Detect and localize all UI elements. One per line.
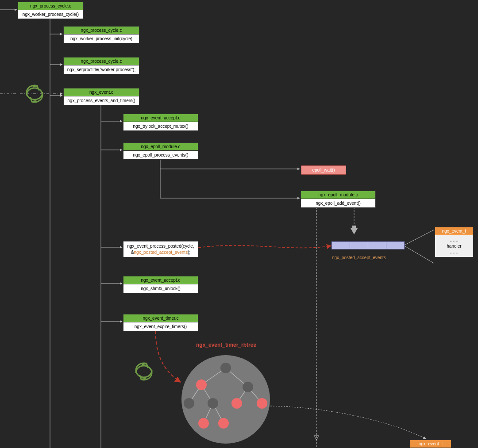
- node-file: ngx_process_cycle.c: [64, 27, 139, 34]
- node-file: ngx_event_accept.c: [123, 114, 198, 122]
- node-event-process-posted: ngx_event_process_posted(cycle, &ngx_pos…: [123, 241, 198, 257]
- node-file: ngx_event_accept.c: [123, 276, 198, 284]
- svg-point-34: [257, 398, 267, 409]
- svg-line-26: [237, 387, 248, 403]
- node-file: ngx_event.c: [64, 88, 139, 96]
- node-func: ngx_event_process_posted(cycle, &ngx_pos…: [123, 241, 198, 257]
- queue-label: ngx_posted_accept_events: [332, 255, 386, 260]
- svg-line-21: [226, 368, 248, 387]
- node-setproctitle: ngx_process_cycle.c ngx_setproctitle("wo…: [63, 57, 139, 74]
- svg-line-25: [213, 403, 224, 423]
- node-body: …… handler ……: [435, 235, 473, 257]
- node-shmtx-unlock: ngx_event_accept.c ngx_shmtx_unlock(): [123, 276, 198, 293]
- svg-point-29: [196, 379, 207, 390]
- queue-cell: [386, 241, 405, 249]
- svg-line-24: [204, 403, 213, 423]
- node-func: ngx_process_events_and_timers(): [64, 96, 139, 105]
- svg-line-27: [248, 387, 262, 403]
- node-func: ngx_worker_process_cycle(): [18, 10, 83, 19]
- node-file: ngx_process_cycle.c: [18, 2, 83, 10]
- node-epoll-add-event: ngx_epoll_module.c ngx_epoll_add_event(): [301, 191, 376, 208]
- node-worker-process-cycle: ngx_process_cycle.c ngx_worker_process_c…: [18, 2, 84, 19]
- svg-point-30: [243, 382, 253, 392]
- node-file: ngx_event_timer.c: [123, 314, 198, 322]
- posted-accept-events-queue: [332, 241, 405, 249]
- node-event-expire-timers: ngx_event_timer.c ngx_event_expire_timer…: [123, 314, 198, 331]
- node-epoll-process-events: ngx_epoll_module.c ngx_epoll_process_eve…: [123, 142, 198, 160]
- svg-point-31: [184, 398, 194, 409]
- node-func: ngx_shmtx_unlock(): [123, 284, 198, 293]
- node-func: ngx_setproctitle("worker process");: [64, 65, 139, 74]
- svg-line-17: [404, 230, 434, 245]
- node-file: ngx_event_t: [410, 440, 451, 448]
- node-func: ngx_epoll_process_events(): [123, 151, 198, 159]
- rbtree-label: ngx_event_timer_rbtree: [196, 342, 256, 348]
- svg-point-32: [208, 398, 218, 409]
- svg-line-22: [189, 385, 201, 403]
- node-file: ngx_process_cycle.c: [64, 57, 139, 65]
- svg-point-19: [181, 355, 270, 444]
- node-func: ngx_worker_process_init(cycle): [64, 34, 139, 43]
- queue-cell: [368, 241, 386, 249]
- node-epoll-wait: epoll_wait(): [301, 165, 346, 175]
- svg-line-23: [201, 385, 213, 403]
- node-func: ngx_event_expire_timers(): [123, 322, 198, 331]
- svg-line-20: [201, 368, 226, 385]
- node-worker-process-init: ngx_process_cycle.c ngx_worker_process_i…: [63, 26, 139, 43]
- queue-cell: [332, 241, 350, 249]
- queue-cell: [350, 241, 368, 249]
- node-ngx-event-t-bottom: ngx_event_t: [410, 440, 451, 448]
- svg-point-35: [198, 418, 209, 429]
- svg-line-18: [404, 245, 434, 263]
- node-file: ngx_event_t: [435, 227, 473, 235]
- node-func: ngx_epoll_add_event(): [301, 199, 375, 207]
- svg-point-36: [218, 418, 229, 429]
- svg-point-33: [231, 398, 242, 409]
- node-trylock-accept-mutex: ngx_event_accept.c ngx_trylock_accept_mu…: [123, 114, 198, 131]
- node-file: ngx_epoll_module.c: [301, 191, 375, 199]
- node-ngx-event-t: ngx_event_t …… handler ……: [435, 227, 474, 257]
- svg-point-28: [220, 363, 231, 373]
- node-func: ngx_trylock_accept_mutex(): [123, 122, 198, 130]
- node-file: ngx_epoll_module.c: [123, 143, 198, 151]
- node-process-events-timers: ngx_event.c ngx_process_events_and_timer…: [63, 88, 139, 105]
